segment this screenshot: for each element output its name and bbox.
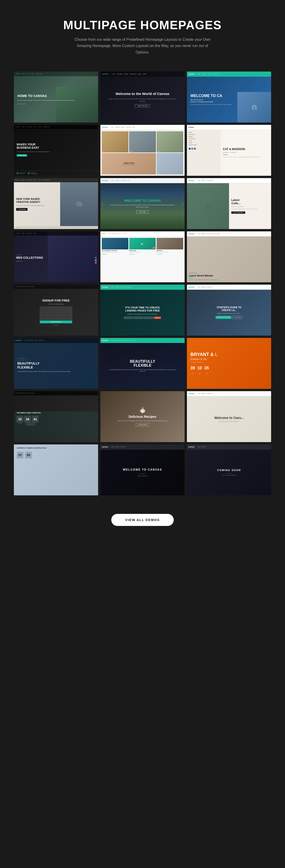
demo-item[interactable]: BRYANT & L Kellam & Pu Consectetur adipi… [187, 338, 271, 389]
demo-item[interactable]: 🧄 Delicious Recipes Welcome to the menu … [100, 391, 185, 442]
demo-item[interactable]: canvas HOME FEATURES PORTFOLIO WELCOME T… [100, 444, 185, 495]
demo-item[interactable]: FEATURES PAGES PORTFOLIO BLOG SHOP THE W… [14, 391, 98, 442]
demo-item[interactable]: canvas HOME FEATURES PORTFOLIO BLOG WELC… [100, 178, 185, 229]
view-all-button[interactable]: VIEW ALL DEMOS [111, 514, 174, 526]
demo-item[interactable]: canvas HOME FEATURES PORTFOLIO Welcome t… [187, 391, 271, 442]
page-wrapper: MULTIPAGE HOMEPAGES Choose from our wide… [0, 0, 285, 547]
demo-item[interactable]: canvas HOME FEATURES PAGES PORTFOLIO Exp… [14, 338, 98, 389]
demo-item[interactable]: canvas HOME FEATURES PAGES PORTFOLIO WEL… [187, 71, 271, 123]
demo-item[interactable]: canvas HOME FEATURES PAGES PORTFOLIO BLO… [100, 71, 185, 123]
page-subtitle: Choose from our wide range of Predefined… [73, 36, 212, 55]
demo-item[interactable]: FEATURES PAGES BLOG SHOP SHORTCODES HOME… [14, 71, 98, 123]
demo-item[interactable]: CANVAS HOME FEATURES PAGES PORTFOLIO Can… [100, 231, 185, 282]
header-section: MULTIPAGE HOMEPAGES Choose from our wide… [14, 9, 271, 71]
demo-item[interactable]: FEATURES PAGES PORTFOLIO BLOG SHOP SHORT… [14, 178, 98, 229]
view-all-wrapper: VIEW ALL DEMOS [14, 505, 271, 537]
demo-item[interactable]: canvas HOME FEATURES PAGES PORTFOLIO BLO… [100, 125, 185, 176]
demos-grid: FEATURES PAGES BLOG SHOP SHORTCODES HOME… [14, 71, 271, 495]
demo-item[interactable]: canvas HOME FEATURES PORTFOLIO BLOG SHOP… [187, 231, 271, 282]
page-title: MULTIPAGE HOMEPAGES [14, 19, 271, 32]
demo-item[interactable]: Canvas HOME FEATURES PAGES PORTFOLIO BLO… [187, 125, 271, 176]
demo-title: Welcome to the World of Canvas [116, 91, 170, 96]
demo-item[interactable]: CURRENTLY UNDER CONSTRUCTION 57 50 [14, 444, 98, 495]
demo-item[interactable]: canvas HOME WOMEN ACCESSORIES 👗 LatestCo… [187, 178, 271, 229]
demo-item[interactable]: canvas HOME FEATURES PRICING TESTIMONIAL… [100, 285, 185, 336]
demo-item[interactable]: canvas HOME FEATURES COMING SOON We're w… [187, 444, 271, 495]
demo-item[interactable]: FEATURES PAGES PORTFOLIO BLOG SHOP SIGNU… [14, 285, 98, 336]
demo-item[interactable]: FEATURES PAGES PORTFOLIO BLOG GRAND VIEW… [14, 231, 98, 282]
demo-item[interactable]: FEATURES PAGES PORTFOLIO BLOG SHOP SHORT… [14, 125, 98, 176]
demo-item[interactable]: canvas HOME FEATURES PAGES PORTFOLIO BLO… [100, 338, 185, 389]
demo-item[interactable]: canvas HOME FEATURES PORTFOLIO STARTER'S… [187, 285, 271, 336]
